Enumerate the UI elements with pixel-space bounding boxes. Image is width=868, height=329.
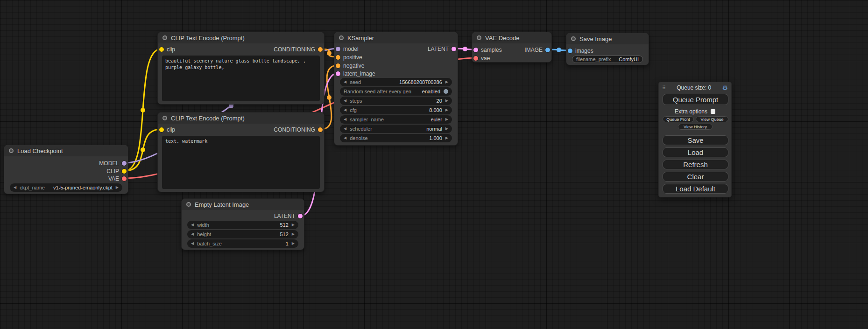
widget-value: normal [426, 126, 442, 132]
extra-options-checkbox[interactable] [711, 109, 715, 114]
widget-seed[interactable]: ◀ seed 156680208700286 ▶ [340, 78, 452, 86]
input-dot-model[interactable] [336, 47, 340, 51]
input-dot-images[interactable] [568, 49, 572, 53]
widget-ckpt-name[interactable]: ◀ ckpt_name v1-5-pruned-emaonly.ckpt ▶ [10, 183, 122, 192]
widget-height[interactable]: ◀ height 512 ▶ [187, 230, 298, 238]
input-dot-samples[interactable] [473, 48, 478, 52]
increment-icon[interactable]: ▶ [445, 127, 448, 131]
increment-icon[interactable]: ▶ [292, 232, 295, 236]
load-button[interactable]: Load [663, 147, 728, 157]
node-title-bar[interactable]: CLIP Text Encode (Prompt) [158, 32, 324, 43]
increment-icon[interactable]: ▶ [445, 80, 448, 84]
widget-width[interactable]: ◀ width 512 ▶ [187, 221, 298, 229]
decrement-icon[interactable]: ◀ [14, 186, 16, 189]
node-title-bar[interactable]: Save Image [566, 33, 649, 44]
input-dot-positive[interactable] [336, 55, 340, 60]
decrement-icon[interactable]: ◀ [344, 80, 346, 84]
node-save-image[interactable]: Save Image images filename_prefix ComfyU… [566, 33, 649, 65]
input-dot-negative[interactable] [336, 63, 340, 68]
widget-value: 512 [280, 231, 288, 237]
widget-label: sampler_name [350, 117, 384, 122]
queue-prompt-button[interactable]: Queue Prompt [663, 94, 728, 105]
input-dot-vae[interactable] [473, 56, 478, 61]
widget-filename-prefix[interactable]: filename_prefix ComfyUI [572, 56, 643, 63]
widget-cfg[interactable]: ◀ cfg 8.000 ▶ [340, 106, 452, 114]
increment-icon[interactable]: ▶ [445, 118, 448, 121]
node-title-bar[interactable]: Load Checkpoint [4, 145, 128, 156]
widget-value: 156680208700286 [399, 79, 442, 85]
input-dot-latent-image[interactable] [336, 71, 340, 76]
widget-steps[interactable]: ◀ steps 20 ▶ [340, 97, 452, 105]
input-dot-clip[interactable] [159, 127, 164, 132]
output-dot-conditioning[interactable] [318, 47, 323, 52]
node-clip-text-encode-negative[interactable]: CLIP Text Encode (Prompt) clip CONDITION… [157, 112, 325, 192]
collapse-dot[interactable] [339, 35, 344, 40]
collapse-dot[interactable] [571, 36, 576, 41]
output-slot-conditioning: CONDITIONING [274, 45, 324, 54]
output-dot-latent[interactable] [452, 47, 456, 51]
widget-label: batch_size [197, 241, 222, 246]
view-queue-button[interactable]: View Queue [696, 116, 728, 122]
node-title-bar[interactable]: VAE Decode [472, 32, 551, 43]
widget-value: 20 [437, 98, 442, 104]
drag-handle-icon[interactable]: ⠿ [662, 85, 666, 91]
slot-label: CLIP [106, 168, 119, 175]
node-graph-canvas[interactable]: Load Checkpoint MODEL CLIP VAE ◀ ckpt_na… [0, 0, 868, 329]
queue-front-button[interactable]: Queue Front [663, 116, 694, 122]
node-ksampler[interactable]: KSampler model LATENT positive negative … [334, 32, 458, 146]
increment-icon[interactable]: ▶ [292, 242, 295, 245]
save-button[interactable]: Save [663, 135, 728, 145]
widget-random-seed-toggle[interactable]: Random seed after every gen enabled [340, 87, 452, 96]
decrement-icon[interactable]: ◀ [191, 232, 194, 236]
widget-batch-size[interactable]: ◀ batch_size 1 ▶ [187, 239, 298, 248]
increment-icon[interactable]: ▶ [116, 186, 119, 189]
slot-label: latent_image [343, 70, 375, 77]
collapse-dot[interactable] [162, 35, 167, 40]
node-title-bar[interactable]: Empty Latent Image [182, 199, 304, 210]
output-dot-vae[interactable] [122, 176, 127, 181]
input-dot-clip[interactable] [159, 47, 164, 52]
output-dot-latent[interactable] [298, 214, 303, 218]
node-vae-decode[interactable]: VAE Decode samples IMAGE vae [472, 32, 552, 63]
collapse-dot[interactable] [186, 202, 191, 207]
collapse-dot[interactable] [9, 148, 14, 153]
settings-gear-icon[interactable]: ⚙ [722, 84, 728, 91]
widget-sampler-name[interactable]: ◀ sampler_name euler ▶ [340, 115, 452, 124]
increment-icon[interactable]: ▶ [445, 136, 448, 140]
output-dot-model[interactable] [122, 161, 127, 166]
refresh-button[interactable]: Refresh [663, 160, 728, 169]
load-default-button[interactable]: Load Default [663, 184, 728, 194]
output-dot-clip[interactable] [122, 169, 127, 174]
slot-label: images [575, 48, 593, 54]
decrement-icon[interactable]: ◀ [191, 242, 194, 245]
clear-button[interactable]: Clear [663, 172, 728, 182]
node-title: Save Image [579, 35, 612, 42]
node-title-bar[interactable]: CLIP Text Encode (Prompt) [158, 112, 324, 124]
decrement-icon[interactable]: ◀ [344, 108, 346, 112]
collapse-dot[interactable] [162, 116, 167, 120]
toggle-knob[interactable] [444, 89, 448, 94]
node-empty-latent-image[interactable]: Empty Latent Image LATENT ◀ width 512 ▶ … [181, 198, 304, 250]
extra-options-row: Extra options [659, 108, 731, 115]
view-history-button[interactable]: View History [678, 124, 713, 130]
widget-denoise[interactable]: ◀ denoise 1.000 ▶ [340, 134, 452, 142]
node-load-checkpoint[interactable]: Load Checkpoint MODEL CLIP VAE ◀ ckpt_na… [4, 145, 128, 194]
decrement-icon[interactable]: ◀ [344, 136, 346, 140]
node-clip-text-encode-positive[interactable]: CLIP Text Encode (Prompt) clip CONDITION… [157, 32, 325, 105]
output-dot-conditioning[interactable] [318, 127, 323, 132]
decrement-icon[interactable]: ◀ [344, 118, 346, 121]
widget-scheduler[interactable]: ◀ scheduler normal ▶ [340, 125, 452, 133]
increment-icon[interactable]: ▶ [445, 99, 448, 103]
increment-icon[interactable]: ▶ [292, 223, 295, 227]
slot-label: IMAGE [524, 47, 543, 53]
prompt-textarea[interactable]: beautiful scenery nature glass bottle la… [162, 56, 320, 101]
prompt-textarea[interactable]: text, watermark [162, 136, 320, 189]
decrement-icon[interactable]: ◀ [344, 127, 346, 131]
collapse-dot[interactable] [477, 35, 481, 40]
output-dot-image[interactable] [545, 48, 550, 52]
increment-icon[interactable]: ▶ [445, 108, 448, 112]
comfy-menu-panel[interactable]: ⠿ Queue size: 0 ⚙ Queue Prompt Extra opt… [658, 82, 732, 197]
decrement-icon[interactable]: ◀ [344, 99, 346, 103]
node-title-bar[interactable]: KSampler [334, 32, 458, 43]
decrement-icon[interactable]: ◀ [191, 223, 194, 227]
